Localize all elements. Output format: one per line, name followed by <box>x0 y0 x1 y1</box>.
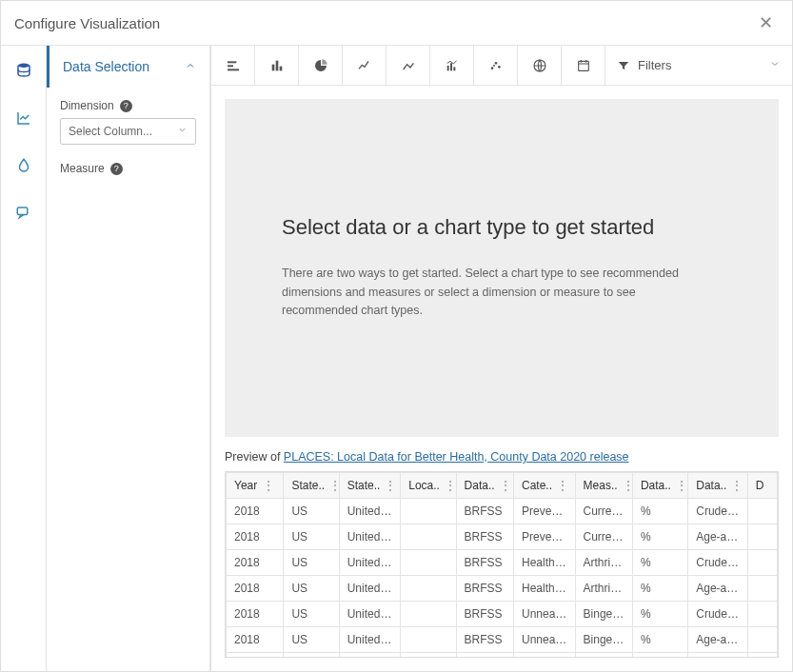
table-cell <box>401 602 456 627</box>
column-header[interactable]: State..⋮ <box>339 473 401 499</box>
table-row[interactable]: 2018USUnited St..BRFSSUnnealth..Binge dr… <box>227 602 778 627</box>
chart-type-bar-h[interactable] <box>211 46 255 85</box>
column-menu-icon[interactable]: ⋮ <box>675 479 688 492</box>
table-cell: US <box>284 602 339 627</box>
table-row[interactable]: 2018USUnited St..BRFSSHealth O..Arthriti… <box>227 576 778 602</box>
table-cell <box>401 499 456 524</box>
column-menu-icon[interactable]: ⋮ <box>622 479 633 492</box>
data-selection-label: Data Selection <box>63 59 149 74</box>
chart-type-map[interactable] <box>518 46 562 85</box>
chart-type-pie[interactable] <box>299 46 343 85</box>
data-selection-header[interactable]: Data Selection <box>47 46 209 88</box>
table-cell: United St.. <box>339 499 401 524</box>
table-cell: BRFSS <box>456 627 513 653</box>
tab-style[interactable] <box>9 150 39 181</box>
table-cell: Unnealth.. <box>513 602 575 627</box>
column-menu-icon[interactable]: ⋮ <box>262 479 275 492</box>
table-cell: Crude pr.. <box>688 499 747 524</box>
help-icon[interactable]: ? <box>120 100 132 112</box>
table-cell: Crude pr.. <box>688 653 747 659</box>
column-menu-icon[interactable]: ⋮ <box>499 479 512 492</box>
table-cell: Current l.. <box>575 524 632 550</box>
column-header[interactable]: Data..⋮ <box>632 473 687 499</box>
chart-canvas: Select data or a chart type to get start… <box>225 99 779 437</box>
pie-icon <box>313 58 328 73</box>
table-cell <box>747 576 777 602</box>
svg-rect-1 <box>17 208 28 215</box>
dimension-section: Dimension ? Select Column... Measure ? <box>47 88 209 190</box>
chart-toolbar: Filters <box>211 46 792 86</box>
table-row[interactable]: 2018USUnited St..BRFSSHealth O..Arthriti… <box>227 550 778 576</box>
column-header[interactable]: Cate..⋮ <box>513 473 575 499</box>
chart-type-line[interactable] <box>343 46 387 85</box>
chart-type-bar-v[interactable] <box>255 46 299 85</box>
line-icon <box>357 58 372 73</box>
table-cell: US <box>284 499 339 524</box>
table-cell: Crude pr.. <box>688 602 747 627</box>
tab-data[interactable] <box>9 55 39 86</box>
canvas-heading: Select data or a chart type to get start… <box>282 215 654 240</box>
table-cell: 2018 <box>227 550 284 576</box>
main-area: Filters Select data or a chart type to g… <box>210 46 792 671</box>
svg-rect-4 <box>228 69 239 70</box>
table-cell <box>401 550 456 576</box>
column-menu-icon[interactable]: ⋮ <box>384 479 397 492</box>
svg-point-11 <box>490 67 493 69</box>
column-menu-icon[interactable]: ⋮ <box>328 479 339 492</box>
chart-type-calendar[interactable] <box>562 46 605 85</box>
column-header[interactable]: Data..⋮ <box>456 473 513 499</box>
column-header[interactable]: Meas..⋮ <box>575 473 632 499</box>
svg-point-0 <box>18 64 30 69</box>
column-header[interactable]: D⋮ <box>747 473 777 499</box>
dimension-label-row: Dimension ? <box>60 99 196 112</box>
preview-dataset-link[interactable]: PLACES: Local Data for Better Health, Co… <box>284 450 629 464</box>
table-cell: % <box>632 602 687 627</box>
column-menu-icon[interactable]: ⋮ <box>444 479 456 492</box>
column-header[interactable]: Loca..⋮ <box>401 473 456 499</box>
table-cell: Prevention <box>513 499 575 524</box>
column-header[interactable]: State..⋮ <box>284 473 339 499</box>
chart-type-combo[interactable] <box>430 46 474 85</box>
tab-axis[interactable] <box>9 103 39 133</box>
svg-rect-8 <box>446 66 448 70</box>
dimension-label: Dimension <box>60 99 114 112</box>
tab-labels[interactable] <box>9 198 39 228</box>
table-cell <box>401 576 456 602</box>
chevron-down-icon <box>177 125 188 138</box>
table-row[interactable]: 2017USUnited St..BRFSSHealth O..High blo… <box>227 653 778 659</box>
table-cell: % <box>632 499 687 524</box>
help-icon[interactable]: ? <box>110 163 123 175</box>
modal-title: Configure Visualization <box>14 15 160 31</box>
filters-label: Filters <box>638 58 671 72</box>
table-cell: Unnealth.. <box>513 627 575 653</box>
table-cell: BRFSS <box>456 653 513 659</box>
canvas-body: There are two ways to get started. Selec… <box>282 265 682 320</box>
table-cell: BRFSS <box>456 550 513 576</box>
table-cell: Arthritis a.. <box>575 550 632 576</box>
table-cell: High bloo.. <box>575 653 632 659</box>
table-row[interactable]: 2018USUnited St..BRFSSPreventionCurrent … <box>227 499 778 524</box>
dimension-select[interactable]: Select Column... <box>60 118 196 145</box>
table-cell: 2017 <box>227 653 284 659</box>
column-header[interactable]: Data..⋮ <box>688 473 747 499</box>
table-cell: Crude pr.. <box>688 550 747 576</box>
chart-type-scatter[interactable] <box>474 46 518 85</box>
column-header[interactable]: Year⋮ <box>227 473 284 499</box>
close-button[interactable]: ✕ <box>753 10 779 35</box>
table-cell: US <box>284 576 339 602</box>
table-cell: 2018 <box>227 602 284 627</box>
table-cell: US <box>284 524 339 550</box>
column-menu-icon[interactable]: ⋮ <box>556 479 569 492</box>
table-cell: United St.. <box>339 524 401 550</box>
chart-type-area[interactable] <box>387 46 430 85</box>
table-row[interactable]: 2018USUnited St..BRFSSUnnealth..Binge dr… <box>227 627 778 653</box>
table-row[interactable]: 2018USUnited St..BRFSSPreventionCurrent … <box>227 524 778 550</box>
column-menu-icon[interactable]: ⋮ <box>730 479 743 492</box>
table-cell <box>401 653 456 659</box>
table-header-row: Year⋮State..⋮State..⋮Loca..⋮Data..⋮Cate.… <box>227 473 778 499</box>
preview-table-wrap[interactable]: Year⋮State..⋮State..⋮Loca..⋮Data..⋮Cate.… <box>225 471 779 658</box>
side-panel: Data Selection Dimension ? Select Column… <box>47 46 210 671</box>
preview-table: Year⋮State..⋮State..⋮Loca..⋮Data..⋮Cate.… <box>226 472 778 658</box>
modal-body: Data Selection Dimension ? Select Column… <box>1 46 792 671</box>
filters-dropdown[interactable]: Filters <box>605 46 792 85</box>
